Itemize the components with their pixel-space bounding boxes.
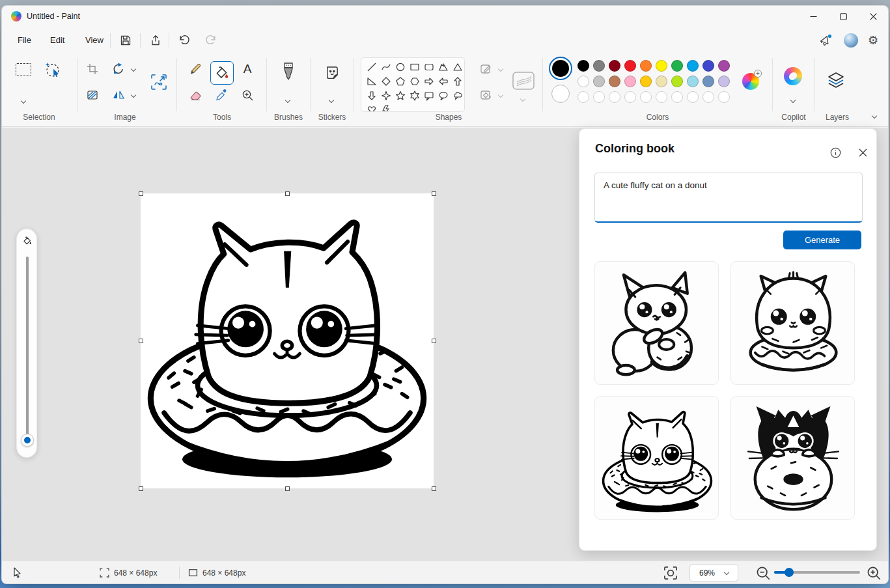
shape-six-point-star-icon[interactable] [408,89,422,103]
share-button[interactable] [146,32,165,49]
pencil-tool[interactable] [187,61,204,77]
shape-curve-icon[interactable] [379,60,393,74]
redo-button[interactable] [201,32,219,49]
rotate-tool[interactable] [110,61,127,77]
selection-handle-se[interactable] [432,486,436,491]
selection-chevron-icon[interactable] [21,98,26,104]
palette-color[interactable] [593,60,605,72]
stickers-chevron-icon[interactable] [329,98,334,103]
palette-color[interactable] [609,60,620,72]
selection-handle-n[interactable] [285,191,290,196]
account-avatar[interactable] [842,32,860,49]
custom-color-slot[interactable] [624,91,636,103]
palette-color[interactable] [702,76,714,87]
slider-track[interactable] [26,257,29,438]
shape-oval-callout-icon[interactable] [436,89,451,103]
palette-color[interactable] [687,76,699,87]
minimize-button[interactable] [798,6,828,27]
shape-diamond-icon[interactable] [379,74,393,89]
shape-line-icon[interactable] [365,60,379,74]
shape-left-arrow-icon[interactable] [436,74,451,89]
zoom-out-button[interactable] [755,565,772,581]
selection-handle-e[interactable] [432,339,436,343]
shape-triangle-icon[interactable] [451,60,465,74]
palette-color[interactable] [671,76,683,87]
palette-color[interactable] [656,76,667,87]
palette-color[interactable] [609,76,620,87]
shape-fill-button[interactable] [478,87,495,104]
palette-color[interactable] [656,60,667,72]
shape-rectangle-icon[interactable] [408,60,422,74]
copilot-chevron-icon[interactable] [790,98,796,103]
palette-color[interactable] [577,76,589,87]
shape-down-arrow-icon[interactable] [365,89,379,103]
shape-outline-button[interactable] [478,61,495,77]
layers-button[interactable] [826,70,846,91]
menu-edit[interactable]: Edit [42,31,72,49]
close-button[interactable] [858,6,888,27]
prompt-input[interactable]: A cute fluffy cat on a donut [594,173,863,223]
zoom-in-button[interactable] [865,565,882,581]
ribbon-collapse-chevron-icon[interactable] [872,113,877,119]
selection-handle-ne[interactable] [432,191,436,196]
palette-color[interactable] [718,76,730,87]
flip-tool[interactable] [110,87,127,104]
fit-to-screen-button[interactable] [662,565,679,581]
palette-color[interactable] [640,76,652,87]
custom-color-slot[interactable] [702,91,714,103]
palette-color[interactable] [718,60,730,72]
shape-four-point-star-icon[interactable] [379,89,393,103]
shape-pentagon-icon[interactable] [393,74,408,89]
menu-file[interactable]: File [10,31,39,49]
color-picker-tool[interactable] [213,87,230,104]
shape-lightning-icon[interactable] [379,103,393,112]
maximize-button[interactable] [828,6,858,27]
palette-color[interactable] [577,60,589,72]
zoom-level-dropdown[interactable]: 69% [689,564,738,581]
shape-style-chevron-icon[interactable] [520,96,525,102]
drawing-canvas[interactable] [141,193,434,488]
panel-close-icon[interactable] [853,143,872,162]
custom-color-slot[interactable] [718,91,730,103]
palette-color[interactable] [593,76,605,87]
copilot-button[interactable] [784,67,802,85]
shapes-gallery[interactable] [361,57,465,112]
custom-color-slot[interactable] [656,91,667,103]
undo-button[interactable] [175,32,193,49]
result-thumbnail-4[interactable] [730,396,855,520]
selection-handle-sw[interactable] [139,486,143,491]
custom-color-slot[interactable] [671,91,683,103]
zoom-slider-thumb[interactable] [785,568,794,577]
selection-handle-s[interactable] [285,486,290,491]
shape-rectangular-callout-icon[interactable] [422,89,436,103]
palette-color[interactable] [624,76,636,87]
menu-view[interactable]: View [77,31,111,49]
palette-color[interactable] [624,60,636,72]
shape-polygon-icon[interactable] [436,60,451,74]
outline-chevron-icon[interactable] [498,66,503,72]
selection-handle-nw[interactable] [139,191,143,196]
palette-color[interactable] [702,60,714,72]
palette-color[interactable] [687,60,699,72]
slider-thumb[interactable] [21,434,34,447]
stickers-button[interactable] [322,63,342,83]
shape-up-arrow-icon[interactable] [451,74,465,89]
text-tool[interactable]: A [239,61,256,77]
custom-color-slot[interactable] [640,91,652,103]
fill-tool-selected[interactable] [210,61,234,85]
custom-color-slot[interactable] [593,91,605,103]
brushes-button[interactable] [278,61,299,88]
color1-swatch-selected[interactable] [549,57,572,80]
fill-chevron-icon[interactable] [498,92,503,98]
rectangle-select-tool[interactable] [14,62,33,77]
shape-cloud-callout-icon[interactable] [451,89,465,103]
result-thumbnail-3[interactable] [594,396,719,520]
flip-chevron-icon[interactable] [131,92,136,98]
info-icon[interactable] [826,143,845,162]
crop-tool[interactable] [84,61,101,77]
save-button[interactable] [117,32,135,49]
result-thumbnail-1[interactable] [594,261,719,385]
settings-gear-icon[interactable]: ⚙ [864,32,882,49]
palette-color[interactable] [671,60,683,72]
shape-right-arrow-icon[interactable] [422,74,436,89]
